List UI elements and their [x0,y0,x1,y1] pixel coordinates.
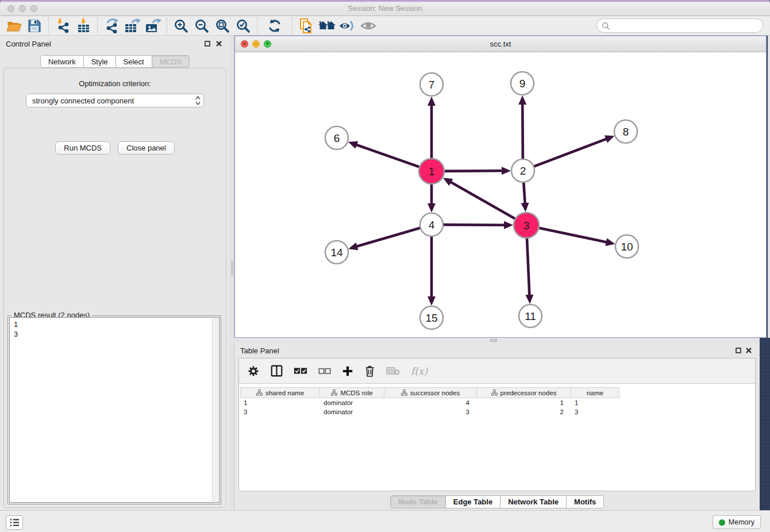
cytoscape-window: Session: New Session [0,0,770,532]
graph-edge-2-3[interactable] [523,181,525,205]
show-panels-button[interactable] [358,17,379,34]
export-network-button[interactable] [101,17,122,34]
graph-edge-4-14[interactable] [356,228,422,246]
graph-edge-1-2[interactable] [443,171,503,171]
criterion-dropdown[interactable]: strongly connected component [26,94,204,107]
import-table-icon [76,18,91,33]
edge-arrowhead [348,242,358,250]
zoom-selected-icon [236,18,251,33]
float-panel-icon[interactable] [203,40,211,48]
tab-network-table[interactable]: Network Table [500,495,567,508]
network-frame-titlebar[interactable]: × − + scc.txt [235,36,766,52]
column-header-MCDS-role[interactable]: MCDS role [320,387,384,398]
zoom-selected-button[interactable] [233,17,253,34]
horizontal-split-divider[interactable] [230,338,760,343]
result-scrollbar[interactable] [212,318,218,502]
table-cell[interactable]: 3 [571,408,619,415]
table-cell[interactable]: 1 [571,399,619,406]
tab-select[interactable]: Select [116,55,152,68]
tab-style[interactable]: Style [84,55,116,68]
zoom-in-icon [174,18,188,33]
float-table-panel-icon[interactable] [734,346,742,354]
apply-layout-button[interactable] [264,17,285,34]
column-type-icon [401,390,407,396]
node-label-1: 1 [429,165,435,178]
search-input[interactable] [596,18,763,33]
zoom-fit-icon [215,18,230,33]
mcds-result-box: MCDS result (2 nodes) 1 3 [7,315,221,504]
graph-edge-2-8[interactable] [533,138,607,167]
export-image-button[interactable] [143,17,163,34]
memory-button[interactable]: Memory [713,515,761,529]
table-row[interactable]: 1dominator411 [240,398,755,407]
column-header-successor-nodes[interactable]: successor nodes [384,387,477,398]
table-cell[interactable]: dominator [320,408,384,415]
tab-motifs[interactable]: Motifs [567,495,604,508]
table-cell[interactable]: 1 [240,399,320,406]
table-cell[interactable]: dominator [320,399,384,406]
tab-network[interactable]: Network [40,55,84,68]
graph-edge-3-11[interactable] [527,237,530,296]
toolbar-separator [167,18,167,34]
mcds-result-area[interactable]: 1 3 [9,317,220,503]
task-history-button[interactable] [6,515,23,530]
close-panel-icon[interactable] [215,40,223,48]
table-options-gear-button[interactable] [247,365,260,377]
import-network-icon [55,18,71,33]
table-cell[interactable]: 1 [477,399,571,406]
eye-icon [360,19,377,33]
graph-edge-1-6[interactable] [355,144,421,167]
column-header-name[interactable]: name [571,387,619,398]
edge-arrowhead [504,221,513,229]
vertical-split-divider[interactable] [230,36,234,510]
hide-panels-button[interactable] [337,17,358,34]
table-cell[interactable]: 2 [477,408,571,415]
graph-edge-3-10[interactable] [538,228,608,242]
graph-edge-2-9[interactable] [522,103,523,160]
run-mcds-button[interactable]: Run MCDS [55,141,110,155]
zoom-in-button[interactable] [171,17,191,34]
memory-status-icon [719,519,725,526]
import-table-button[interactable] [73,17,94,34]
add-column-button[interactable] [342,365,353,377]
table-toolbar: f(x) [239,358,755,384]
table-cell[interactable]: 4 [384,399,477,406]
table-row[interactable]: 3dominator323 [240,407,755,417]
zoom-out-button[interactable] [191,17,212,34]
function-builder-button[interactable]: f(x) [411,365,428,377]
control-panel-title: Control Panel [6,40,51,48]
delete-column-button[interactable] [364,365,375,377]
save-session-button[interactable] [24,17,45,34]
status-bar: Memory [0,510,770,532]
column-header-shared-name[interactable]: shared name [240,387,320,398]
graph-edge-3-1[interactable] [449,182,516,219]
clone-network-icon [299,18,314,34]
close-panel-button[interactable]: Close panel [118,141,175,155]
delete-table-button[interactable] [386,367,400,375]
show-columns-button[interactable] [271,365,283,377]
clone-network-button[interactable] [296,17,317,34]
tab-edge-table[interactable]: Edge Table [446,495,500,508]
tab-node-table[interactable]: Node Table [390,495,446,508]
table-cell[interactable]: 3 [384,408,477,415]
table-panel-tabs: Node TableEdge TableNetwork TableMotifs [234,495,760,508]
criterion-value: strongly connected component [32,97,134,105]
tab-mcds[interactable]: MCDS [152,55,190,68]
edge-arrowhead [605,136,614,143]
import-network-button[interactable] [52,17,73,34]
zoom-fit-button[interactable] [212,17,233,34]
deselect-all-columns-button[interactable] [318,368,331,375]
app-titlebar: Session: New Session [0,0,770,16]
close-table-panel-icon[interactable] [745,346,753,354]
open-session-button[interactable] [3,17,24,34]
table-cell[interactable]: 3 [240,408,320,415]
network-canvas[interactable]: 1234678910111415 [235,52,766,337]
select-all-columns-button[interactable] [294,367,307,375]
zoom-out-icon [194,18,209,33]
export-table-button[interactable] [122,17,143,34]
main-toolbar [0,16,770,36]
column-header-predecessor-nodes[interactable]: predecessor nodes [477,387,571,398]
frame-edge [768,36,770,338]
graph-edge-4-3[interactable] [442,225,506,225]
home-button[interactable] [317,17,337,34]
